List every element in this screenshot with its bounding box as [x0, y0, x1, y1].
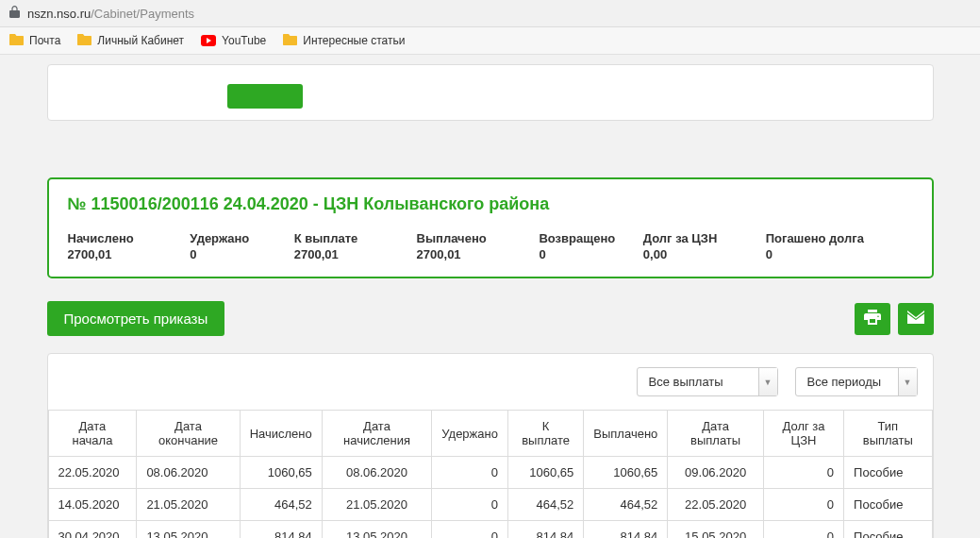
table-header-cell: Удержано	[432, 411, 508, 457]
bookmark-label: Интересные статьи	[303, 34, 405, 47]
table-cell: 15.05.2020	[668, 521, 764, 539]
summary-label: Погашено долга	[766, 231, 913, 245]
table-cell: 08.06.2020	[137, 457, 240, 489]
bookmark-label: Почта	[29, 34, 60, 47]
print-icon	[864, 310, 881, 328]
url-text[interactable]: nszn.nso.ru/Cabinet/Payments	[27, 7, 194, 21]
filter-payments-select[interactable]: Все выплаты ▼	[637, 367, 778, 396]
summary-item: Долг за ЦЗН0,00	[643, 231, 766, 261]
summary-item: Возвращено0	[539, 231, 642, 261]
bookmark-label: YouTube	[222, 34, 266, 47]
summary-label: Выплачено	[417, 231, 540, 245]
bookmarks-bar: ПочтаЛичный КабинетYouTubeИнтересные ста…	[0, 27, 980, 55]
filter-periods-select[interactable]: Все периоды ▼	[795, 367, 918, 396]
table-cell: 0	[763, 521, 843, 539]
summary-row: Начислено2700,01Удержано0К выплате2700,0…	[68, 231, 913, 261]
table-cell: 814,84	[507, 521, 583, 539]
summary-label: Удержано	[190, 231, 293, 245]
chevron-down-icon: ▼	[898, 368, 917, 395]
folder-icon	[283, 33, 297, 48]
actions-row: Просмотреть приказы	[47, 301, 934, 336]
filter-payments-label: Все выплаты	[649, 375, 723, 389]
summary-value: 2700,01	[68, 247, 191, 261]
table-cell: Пособие	[844, 521, 932, 539]
table-cell: 464,52	[240, 489, 322, 521]
summary-label: Долг за ЦЗН	[643, 231, 766, 245]
payments-table: Дата началаДата окончаниеНачисленоДата н…	[48, 410, 933, 538]
green-button-stub[interactable]	[227, 84, 303, 109]
summary-label: Начислено	[68, 231, 191, 245]
table-cell: 0	[432, 521, 508, 539]
table-header-cell: Выплачено	[584, 411, 668, 457]
table-cell: 13.05.2020	[322, 521, 432, 539]
summary-value: 2700,01	[294, 247, 417, 261]
folder-icon	[9, 33, 24, 48]
table-cell: 13.05.2020	[137, 521, 240, 539]
summary-title: № 1150016/200116 24.04.2020 - ЦЗН Колыва…	[68, 194, 913, 214]
table-cell: 1060,65	[507, 457, 583, 489]
bookmark-item[interactable]: Личный Кабинет	[77, 33, 184, 48]
table-row: 30.04.202013.05.2020814,8413.05.20200814…	[48, 521, 932, 539]
filters-row: Все выплаты ▼ Все периоды ▼	[48, 354, 933, 410]
table-cell: 0	[763, 489, 843, 521]
table-cell: 14.05.2020	[48, 489, 137, 521]
table-cell: 464,52	[584, 489, 668, 521]
summary-label: Возвращено	[539, 231, 642, 245]
table-header-cell: Дата начала	[48, 411, 137, 457]
bookmark-item[interactable]: YouTube	[201, 34, 266, 47]
table-header-cell: Долг за ЦЗН	[763, 411, 843, 457]
table-cell: 09.06.2020	[668, 457, 764, 489]
summary-value: 0	[190, 247, 293, 261]
payments-table-wrap: Все выплаты ▼ Все периоды ▼ Дата началаД…	[47, 353, 934, 538]
summary-item: Удержано0	[190, 231, 293, 261]
table-cell: 0	[432, 457, 508, 489]
table-header-cell: К выплате	[507, 411, 583, 457]
summary-item: Погашено долга0	[766, 231, 913, 261]
folder-icon	[77, 33, 91, 48]
previous-card	[47, 64, 934, 121]
email-button[interactable]	[898, 303, 934, 335]
table-cell: 464,52	[507, 489, 583, 521]
table-cell: 30.04.2020	[48, 521, 137, 539]
table-cell: 1060,65	[584, 457, 668, 489]
table-cell: 814,84	[240, 521, 322, 539]
table-cell: 22.05.2020	[668, 489, 764, 521]
bookmark-item[interactable]: Почта	[9, 33, 60, 48]
table-row: 14.05.202021.05.2020464,5221.05.20200464…	[48, 489, 932, 521]
summary-value: 0	[539, 247, 642, 261]
table-cell: 814,84	[584, 521, 668, 539]
browser-address-bar: nszn.nso.ru/Cabinet/Payments	[0, 0, 980, 27]
summary-value: 2700,01	[417, 247, 540, 261]
bookmark-item[interactable]: Интересные статьи	[283, 33, 405, 48]
table-header-cell: Дата начисления	[322, 411, 432, 457]
summary-value: 0	[766, 247, 913, 261]
table-cell: 22.05.2020	[48, 457, 137, 489]
order-summary-card: № 1150016/200116 24.04.2020 - ЦЗН Колыва…	[47, 177, 934, 278]
table-header-cell: Дата выплаты	[668, 411, 764, 457]
table-header-cell: Дата окончание	[137, 411, 240, 457]
url-host: nszn.nso.ru	[27, 7, 91, 21]
table-cell: 08.06.2020	[322, 457, 432, 489]
chevron-down-icon: ▼	[758, 368, 777, 395]
table-cell: 1060,65	[240, 457, 322, 489]
table-header-cell: Тип выплаты	[844, 411, 932, 457]
table-cell: 21.05.2020	[137, 489, 240, 521]
print-button[interactable]	[855, 303, 890, 335]
table-body: 22.05.202008.06.20201060,6508.06.2020010…	[48, 457, 932, 539]
table-cell: Пособие	[844, 457, 932, 489]
mail-icon	[907, 311, 924, 327]
view-orders-button[interactable]: Просмотреть приказы	[47, 301, 225, 336]
lock-icon	[9, 6, 20, 21]
summary-item: К выплате2700,01	[294, 231, 417, 261]
table-cell: 0	[432, 489, 508, 521]
summary-value: 0,00	[643, 247, 766, 261]
summary-label: К выплате	[294, 231, 417, 245]
summary-item: Начислено2700,01	[68, 231, 191, 261]
table-cell: 21.05.2020	[322, 489, 432, 521]
filter-periods-label: Все периоды	[807, 375, 882, 389]
bookmark-label: Личный Кабинет	[97, 34, 184, 47]
table-header-cell: Начислено	[240, 411, 322, 457]
url-path: /Cabinet/Payments	[91, 7, 194, 21]
youtube-icon	[201, 35, 216, 46]
table-cell: 0	[763, 457, 843, 489]
